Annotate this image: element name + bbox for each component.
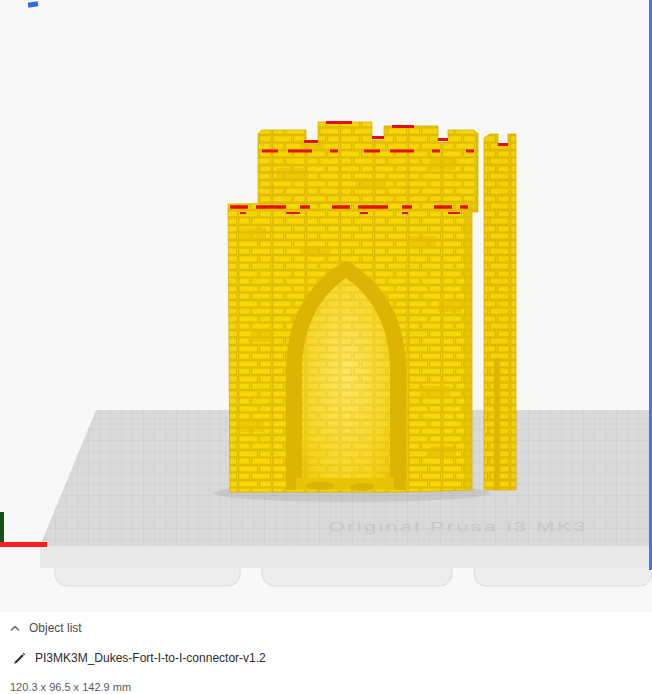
front-wall-edge-shade [464,204,472,490]
object-list-item[interactable]: PI3MK3M_Dukes-Fort-I-to-I-connector-v1.2 [13,651,266,665]
model-dimensions: 120.3 x 96.5 x 142.9 mm [10,681,131,693]
axis-y-green [0,512,4,546]
object-item-name: PI3MK3M_Dukes-Fort-I-to-I-connector-v1.2 [35,651,266,665]
pencil-icon[interactable] [13,652,26,665]
pillar-groove [494,358,500,490]
scene-3d: Original Prusa i3 MK3 [0,0,652,612]
chevron-up-icon[interactable] [10,625,20,632]
axis-x-red [0,542,47,547]
buildplate-watermark: Original Prusa i3 MK3 [328,519,588,534]
object-list-label: Object list [29,621,82,635]
axis-indicator [0,512,47,547]
object-list-header[interactable]: Object list [10,621,82,635]
viewport-3d[interactable]: Original Prusa i3 MK3 [0,0,652,612]
model-arch-doorway [294,270,398,491]
